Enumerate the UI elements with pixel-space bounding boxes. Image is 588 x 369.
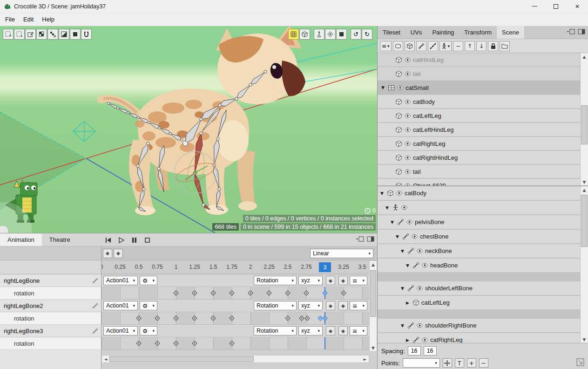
scroll-down-arrow[interactable]: ▼ bbox=[581, 336, 588, 343]
magnet-tool-button[interactable] bbox=[81, 29, 92, 40]
bone-tree-row[interactable]: ▼ bbox=[378, 201, 580, 214]
expand-arrow[interactable]: ▼ bbox=[401, 249, 407, 253]
eye-icon[interactable] bbox=[404, 154, 411, 161]
interpolation-select[interactable]: Linear ▾ bbox=[310, 249, 373, 258]
bone-tree-row[interactable]: ▼pelvisBone bbox=[378, 215, 580, 229]
text-tool-button[interactable]: T bbox=[455, 358, 464, 368]
add-point-button[interactable]: + bbox=[467, 358, 476, 368]
keyframe-diamond[interactable] bbox=[155, 315, 160, 321]
scene-tree-row[interactable]: catHindLeg bbox=[378, 53, 580, 66]
property-label[interactable]: rotation bbox=[0, 287, 101, 300]
action-select[interactable]: Action01▾ bbox=[103, 301, 138, 310]
keyframe-next-button[interactable]: ◈ bbox=[338, 276, 348, 285]
expand-arrow[interactable]: ▼ bbox=[381, 85, 388, 90]
keyframe-next-button[interactable]: ◈ bbox=[338, 326, 348, 335]
eye-icon[interactable] bbox=[401, 204, 408, 211]
keyframe-lane[interactable] bbox=[101, 312, 369, 325]
fill-tool-button[interactable] bbox=[70, 29, 81, 40]
timeline-v-scrollbar[interactable]: ▲ ▼ bbox=[369, 260, 377, 352]
expand-arrow[interactable]: ▼ bbox=[380, 191, 387, 196]
edit-tile-tool-button[interactable] bbox=[25, 29, 36, 40]
skip-start-button[interactable] bbox=[102, 234, 114, 246]
scene-tree-row[interactable]: catLeftLeg bbox=[378, 109, 580, 122]
remove-item-button[interactable]: − bbox=[453, 41, 463, 51]
keyframe-diamond[interactable] bbox=[173, 315, 178, 321]
keyframe-diamond[interactable] bbox=[210, 290, 216, 295]
track-menu-button[interactable]: ≡▾ bbox=[350, 326, 367, 335]
expand-arrow[interactable]: ▼ bbox=[391, 220, 397, 225]
track-name[interactable]: rightLegBone3 bbox=[0, 325, 101, 337]
keyframe-diamond[interactable] bbox=[304, 290, 309, 295]
keyframe-prev-button[interactable]: ◈ bbox=[326, 301, 335, 310]
keyframe-diamond[interactable] bbox=[192, 341, 197, 346]
property-label[interactable]: rotation bbox=[0, 337, 101, 350]
axes-select[interactable]: xyz▾ bbox=[298, 276, 323, 285]
keyframe-diamond[interactable] bbox=[341, 290, 346, 295]
eye-icon[interactable] bbox=[396, 190, 403, 197]
eye-icon[interactable] bbox=[416, 247, 423, 254]
track-name[interactable]: rightLegBone bbox=[0, 274, 101, 287]
keyframe-diamond[interactable] bbox=[285, 315, 290, 321]
keyframe-diamond[interactable] bbox=[322, 315, 327, 321]
keyframe-diamond[interactable] bbox=[192, 315, 197, 321]
eye-icon[interactable] bbox=[416, 322, 423, 329]
ruler-area[interactable]: 00.250.50.7511.251.51.7522.252.52.7533.2… bbox=[101, 260, 369, 274]
scroll-up-arrow[interactable]: ▲ bbox=[370, 261, 377, 268]
current-time-chip[interactable]: 3 bbox=[319, 262, 331, 272]
scene-tree-row[interactable]: catRightHindLeg bbox=[378, 151, 580, 164]
scroll-down-arrow[interactable]: ▼ bbox=[370, 344, 377, 351]
expand-arrow[interactable]: ▼ bbox=[401, 323, 407, 328]
keyframe-prev-button[interactable]: ◈ bbox=[326, 326, 335, 335]
eye-icon[interactable] bbox=[421, 262, 428, 269]
viewport-canvas[interactable] bbox=[0, 26, 377, 233]
keyframe-diamond[interactable] bbox=[192, 290, 197, 295]
expand-arrow[interactable]: ▼ bbox=[385, 205, 392, 210]
move-up-button[interactable]: ↑ bbox=[465, 41, 475, 51]
keyframe-diamond[interactable] bbox=[229, 341, 234, 346]
bone-tree-row[interactable]: ▼neckBone bbox=[378, 244, 580, 258]
scroll-thumb[interactable] bbox=[581, 105, 588, 144]
bone-tree-row[interactable]: ▶catRightLeg bbox=[378, 333, 580, 343]
bone-tree-row[interactable]: ▼shoulderRightBone bbox=[378, 319, 580, 332]
scene-menu-button[interactable]: ≡▾ bbox=[380, 41, 392, 51]
points-select[interactable]: ▾ bbox=[403, 358, 440, 368]
eye-icon[interactable] bbox=[404, 182, 411, 186]
bone-group-button[interactable] bbox=[428, 41, 438, 51]
tab-tileset[interactable]: Tileset bbox=[378, 26, 406, 39]
timeline-h-scrollbar[interactable]: ◄ ► bbox=[101, 355, 369, 363]
eye-icon[interactable] bbox=[404, 70, 411, 77]
track-name[interactable]: rightLegBone2 bbox=[0, 300, 101, 312]
keyframe-diamond[interactable] bbox=[322, 290, 327, 295]
axes-select[interactable]: xyz▾ bbox=[298, 301, 323, 310]
play-button[interactable] bbox=[115, 234, 127, 246]
shade-tool-button[interactable] bbox=[59, 29, 69, 40]
expand-arrow[interactable]: ▶ bbox=[406, 301, 412, 305]
keyframe-diamond[interactable] bbox=[136, 315, 141, 321]
menu-item-edit[interactable]: Edit bbox=[19, 14, 38, 25]
eye-icon[interactable] bbox=[404, 98, 411, 105]
add-bone-button[interactable] bbox=[416, 41, 426, 51]
eye-icon[interactable] bbox=[404, 112, 411, 119]
playhead[interactable] bbox=[324, 337, 325, 349]
select-new-tool-button[interactable] bbox=[14, 29, 25, 40]
scene-tree-row[interactable]: Object-6639 bbox=[378, 179, 580, 185]
channel-select[interactable]: Rotation▾ bbox=[254, 276, 297, 285]
cat-model[interactable] bbox=[101, 26, 305, 215]
add-object-button[interactable] bbox=[405, 41, 415, 51]
action-options-button[interactable]: ⚙▾ bbox=[140, 301, 157, 310]
folder-button[interactable] bbox=[500, 41, 510, 51]
tree-scrollbar[interactable]: ▲▼ bbox=[580, 186, 588, 343]
box-view-button[interactable] bbox=[299, 29, 310, 40]
tab-theatre[interactable]: Theatre bbox=[42, 233, 78, 246]
eye-icon[interactable] bbox=[416, 285, 423, 292]
popout-panel-button[interactable] bbox=[367, 236, 374, 244]
keyframe-diamond[interactable] bbox=[210, 315, 216, 321]
move-down-button[interactable]: ↓ bbox=[476, 41, 487, 51]
tab-uvs[interactable]: UVs bbox=[406, 26, 427, 39]
scene-tree-row[interactable]: catRightLeg bbox=[378, 137, 580, 150]
eye-icon[interactable] bbox=[397, 84, 404, 91]
minimize-button[interactable] bbox=[524, 0, 545, 13]
track-menu-button[interactable]: ≡▾ bbox=[350, 276, 367, 285]
viewport[interactable]: ↺ ↻ 0 0 tiles / 0 edges / 0 vertices / 0… bbox=[0, 26, 377, 233]
lock-button[interactable] bbox=[488, 41, 498, 51]
